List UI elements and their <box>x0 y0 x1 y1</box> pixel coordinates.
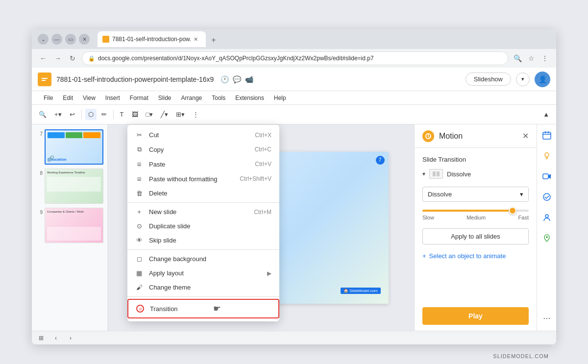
speed-medium: Medium <box>466 215 486 220</box>
ctx-copy[interactable]: ⧉ Copy Ctrl+C <box>127 142 279 157</box>
slide-num-8: 8 <box>36 169 43 176</box>
ctx-layout[interactable]: ▦ Apply layout ▶ <box>127 266 279 280</box>
prev-slide-btn[interactable]: ‹ <box>50 333 61 343</box>
shapes-tool[interactable]: □▾ <box>143 109 156 120</box>
slide-preview-8[interactable]: Working Experience Timeline <box>45 169 103 204</box>
kebab-tool[interactable]: ⋮ <box>190 109 202 120</box>
menu-arrange[interactable]: Arrange <box>177 93 206 103</box>
refresh-btn[interactable]: ↻ <box>67 53 78 64</box>
ctx-new-slide-label: New slide <box>149 208 176 216</box>
sidebar-icon-lightbulb[interactable] <box>540 149 554 163</box>
slider-thumb[interactable] <box>509 207 516 215</box>
maximize-btn[interactable]: ▭ <box>65 34 76 45</box>
menu-format[interactable]: Format <box>126 93 152 103</box>
slide-preview-7[interactable]: Education 🔗 <box>45 129 103 165</box>
text-tool[interactable]: T <box>117 109 127 120</box>
image-tool[interactable]: 🖼 <box>129 109 141 120</box>
svg-point-14 <box>543 194 550 200</box>
menu-slide[interactable]: Slide <box>154 93 175 103</box>
toolbar-divider-2 <box>113 110 114 120</box>
sidebar-icon-map[interactable] <box>540 231 554 245</box>
apply-to-all-btn[interactable]: Apply to all slides <box>422 228 529 244</box>
slideshow-dropdown[interactable]: ▾ <box>516 73 530 86</box>
forward-btn[interactable]: → <box>52 53 63 64</box>
ctx-transition[interactable]: ◎ Transition ☛ <box>127 299 279 318</box>
new-tab-btn[interactable]: + <box>207 33 220 47</box>
duplicate-icon: ⊙ <box>135 222 143 230</box>
next-slide-btn[interactable]: › <box>65 333 76 343</box>
ctx-background-label: Change background <box>149 255 206 263</box>
menu-tools[interactable]: Tools <box>208 93 229 103</box>
lines-tool[interactable]: ╱▾ <box>158 109 171 120</box>
ctx-cut[interactable]: ✂ Cut Ctrl+X <box>127 128 279 142</box>
transition-dropdown[interactable]: Dissolve ▾ <box>422 187 529 202</box>
active-tab[interactable]: 7881-01-self-introduction-pow... ✕ <box>98 31 206 47</box>
video-icon[interactable]: 📹 <box>245 75 253 83</box>
toolbar: 🔍 +▾ ↩ ⬡ ✏ T 🖼 □▾ ╱▾ ⊞▾ ⋮ ▲ <box>32 105 556 124</box>
add-animation[interactable]: + Select an object to animate <box>422 252 529 260</box>
bookmark-icon[interactable]: ☆ <box>526 53 537 64</box>
menu-extensions[interactable]: Extensions <box>231 93 268 103</box>
sidebar-icon-calendar[interactable] <box>540 128 554 142</box>
sidebar-icon-more[interactable]: ⋯ <box>540 311 554 325</box>
history-icon[interactable]: 🕐 <box>220 75 229 83</box>
comment-icon[interactable]: 💬 <box>233 75 241 83</box>
ctx-paste[interactable]: ⧆ Paste Ctrl+V <box>127 157 279 171</box>
layout-icon: ▦ <box>135 269 143 277</box>
minimize-btn[interactable]: — <box>51 34 62 45</box>
menu-view[interactable]: View <box>79 93 99 103</box>
tabs-bar: 7881-01-self-introduction-pow... ✕ + <box>94 31 550 47</box>
menu-insert[interactable]: Insert <box>101 93 124 103</box>
menu-icon[interactable]: ⋮ <box>539 53 550 64</box>
user-avatar[interactable]: 👤 <box>535 72 550 87</box>
ctx-delete[interactable]: 🗑 Delete <box>127 186 279 200</box>
menu-file[interactable]: File <box>40 93 57 103</box>
url-input[interactable]: 🔒 docs.google.com/presentation/d/1Noyx-x… <box>82 51 508 65</box>
slide-num-7: 7 <box>36 129 43 137</box>
speed-slider[interactable] <box>422 210 529 212</box>
ctx-paste-plain[interactable]: ⧆ Paste without formatting Ctrl+Shift+V <box>127 171 279 186</box>
grid-view-btn[interactable]: ⊞ <box>36 333 47 343</box>
slide-preview-9[interactable]: Companies & Clients / Work <box>45 208 103 243</box>
slide-thumb-9[interactable]: 9 Companies & Clients / Work <box>35 207 104 244</box>
collapse-btn[interactable]: ⌄ <box>38 34 49 45</box>
sidebar-icon-check[interactable] <box>540 190 554 204</box>
slideshow-button[interactable]: Slideshow <box>466 73 511 86</box>
slide-thumb-8[interactable]: 8 Working Experience Timeline <box>35 168 104 205</box>
play-button[interactable]: Play <box>422 307 529 325</box>
ctx-skip[interactable]: 👁 Skip slide <box>127 233 279 247</box>
slide-thumb-7[interactable]: 7 Education 🔗 <box>35 128 104 166</box>
menu-edit[interactable]: Edit <box>59 93 77 103</box>
ctx-theme[interactable]: 🖌 Change theme <box>127 280 279 294</box>
panel-close-icon[interactable]: ✕ <box>522 131 529 141</box>
slideshow-label: Slideshow <box>474 75 503 83</box>
select-tool[interactable]: ⬡ <box>85 109 97 120</box>
menu-help[interactable]: Help <box>270 93 290 103</box>
search-icon[interactable]: 🔍 <box>512 53 523 64</box>
ctx-new-slide[interactable]: + New slide Ctrl+M <box>127 205 279 219</box>
tab-close-icon[interactable]: ✕ <box>194 36 198 43</box>
slides-panel: 7 Education 🔗 <box>32 124 108 331</box>
dropdown-arrow: ▾ <box>520 191 523 198</box>
ctx-duplicate[interactable]: ⊙ Duplicate slide <box>127 219 279 233</box>
sidebar-icon-video[interactable] <box>540 170 554 183</box>
transition-chevron[interactable]: ▾ <box>422 170 425 177</box>
ctx-duplicate-label: Duplicate slide <box>149 222 191 230</box>
zoom-tool[interactable]: 🔍 <box>36 109 49 120</box>
add-tool[interactable]: +▾ <box>51 109 65 120</box>
undo-tool[interactable]: ↩ <box>67 109 78 120</box>
more-tool[interactable]: ⊞▾ <box>173 109 188 120</box>
motion-panel: Motion ✕ Slide Transition ▾ Dissolve Dis… <box>414 124 537 331</box>
ctx-background[interactable]: ◻ Change background <box>127 252 279 266</box>
slide-num-9: 9 <box>36 208 43 215</box>
paint-tool[interactable]: ✏ <box>98 109 110 120</box>
sidebar-icon-person[interactable] <box>540 211 554 224</box>
motion-icon <box>422 130 434 142</box>
transition-name: Dissolve <box>447 170 471 178</box>
back-btn[interactable]: ← <box>38 53 49 64</box>
ctx-new-slide-shortcut: Ctrl+M <box>254 209 271 216</box>
section-title: Slide Transition <box>422 156 529 163</box>
copy-icon: ⧉ <box>135 146 143 153</box>
close-btn[interactable]: ✕ <box>79 34 90 45</box>
collapse-toolbar[interactable]: ▲ <box>540 109 552 120</box>
